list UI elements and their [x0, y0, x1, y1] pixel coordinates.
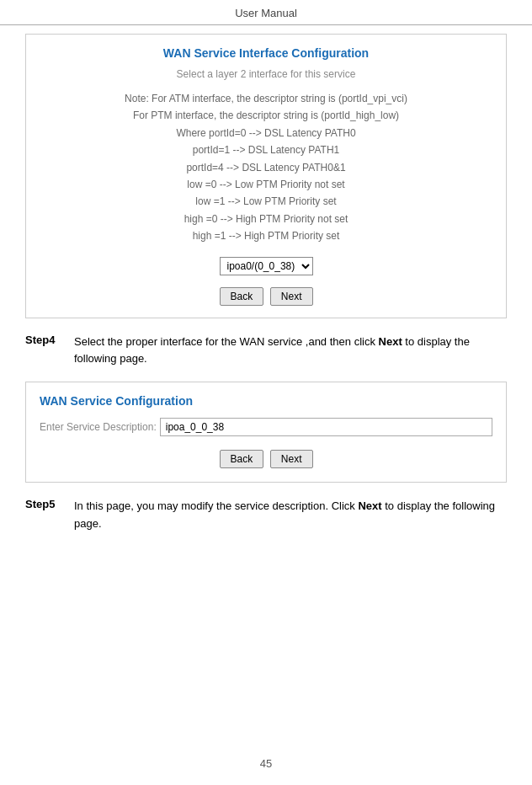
- step4-section: Step4 Select the proper interface for th…: [25, 334, 507, 369]
- wan-service-panel: WAN Service Configuration Enter Service …: [25, 382, 507, 483]
- step5-text-before: In this page, you may modify the service…: [74, 499, 358, 512]
- service-description-input[interactable]: [160, 418, 492, 436]
- panel2-button-row: Back Next: [40, 450, 492, 468]
- step5-next-word: Next: [358, 499, 381, 512]
- interface-dropdown-row: ipoa0/(0_0_38): [35, 257, 497, 275]
- panel2-next-button[interactable]: Next: [270, 450, 313, 468]
- note-line-6: low =0 --> Low PTM Priority not set: [35, 176, 497, 193]
- step5-text: In this page, you may modify the service…: [74, 498, 507, 533]
- wan-interface-panel: WAN Service Interface Configuration Sele…: [25, 34, 507, 318]
- main-content: WAN Service Interface Configuration Sele…: [0, 25, 532, 563]
- note-line-3: Where portId=0 --> DSL Latency PATH0: [35, 125, 497, 142]
- wan-interface-panel-title: WAN Service Interface Configuration: [35, 46, 497, 60]
- note-block: Note: For ATM interface, the descriptor …: [35, 90, 497, 245]
- wan-service-panel-title: WAN Service Configuration: [40, 394, 492, 408]
- panel1-button-row: Back Next: [35, 287, 497, 306]
- header-title: User Manual: [235, 7, 297, 19]
- service-description-row: Enter Service Description:: [40, 418, 492, 436]
- panel1-next-button[interactable]: Next: [270, 287, 313, 306]
- note-line-5: portId=4 --> DSL Latency PATH0&1: [35, 159, 497, 176]
- step4-label: Step4: [25, 334, 66, 346]
- page-header: User Manual: [0, 0, 532, 25]
- step4-text-before: Select the proper interface for the WAN …: [74, 335, 379, 348]
- note-line-8: high =0 --> High PTM Priority not set: [35, 211, 497, 227]
- page-footer: 45: [0, 757, 532, 770]
- note-line-9: high =1 --> High PTM Priority set: [35, 227, 497, 244]
- note-line-1: Note: For ATM interface, the descriptor …: [35, 90, 497, 107]
- step4-text: Select the proper interface for the WAN …: [74, 334, 507, 369]
- panel2-back-button[interactable]: Back: [220, 450, 264, 468]
- step5-label: Step5: [25, 498, 66, 510]
- note-line-2: For PTM interface, the descriptor string…: [35, 107, 497, 124]
- page-number: 45: [260, 757, 272, 770]
- wan-interface-panel-subtitle: Select a layer 2 interface for this serv…: [35, 68, 497, 80]
- step5-section: Step5 In this page, you may modify the s…: [25, 498, 507, 533]
- panel1-back-button[interactable]: Back: [220, 287, 264, 306]
- note-line-7: low =1 --> Low PTM Priority set: [35, 193, 497, 210]
- step4-next-word: Next: [379, 335, 402, 348]
- interface-dropdown[interactable]: ipoa0/(0_0_38): [220, 257, 313, 275]
- service-description-label: Enter Service Description:: [40, 421, 157, 433]
- note-line-4: portId=1 --> DSL Latency PATH1: [35, 142, 497, 158]
